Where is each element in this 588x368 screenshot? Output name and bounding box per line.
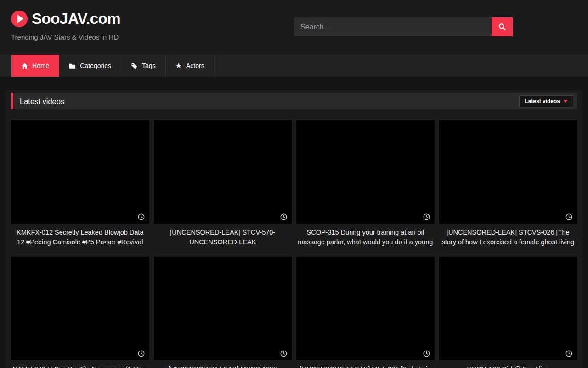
nav-label: Tags — [142, 62, 156, 69]
clock-icon — [138, 213, 145, 220]
search-icon — [498, 23, 506, 31]
video-title[interactable]: NAMH-042 H Cup Big Tits Newcomer (170cm … — [11, 364, 149, 368]
nav-item-actors[interactable]: ★ Actors — [166, 55, 215, 77]
star-icon: ★ — [175, 62, 182, 69]
clock-icon — [423, 213, 430, 220]
video-thumbnail[interactable] — [296, 120, 435, 224]
search-form — [294, 17, 513, 36]
nav-label: Categories — [80, 62, 111, 69]
video-thumbnail[interactable] — [439, 120, 577, 224]
home-icon — [21, 63, 28, 69]
video-card[interactable]: [UNCENSORED-LEAK] MXGS-1296 Absolutely — [154, 257, 292, 368]
video-title[interactable]: URSM-186 Girl @ Era Alice — [439, 364, 577, 368]
nav-item-home[interactable]: Home — [11, 55, 59, 77]
clock-icon — [280, 213, 287, 220]
video-grid: KMKFX-012 Secretly Leaked Blowjob Data 1… — [11, 120, 577, 368]
video-card[interactable]: NAMH-042 H Cup Big Tits Newcomer (170cm … — [11, 257, 149, 368]
site-title[interactable]: SooJAV.com — [32, 10, 120, 28]
video-card[interactable]: SCOP-315 During your training at an oil … — [296, 120, 435, 247]
video-title[interactable]: SCOP-315 During your training at an oil … — [296, 228, 435, 247]
video-card[interactable]: URSM-186 Girl @ Era Alice — [439, 257, 577, 368]
main-content: Latest videos Latest videos KMKFX-012 Se… — [6, 90, 582, 368]
nav-item-categories[interactable]: Categories — [59, 55, 121, 77]
site-header: SooJAV.com Trending JAV Stars & Videos i… — [0, 0, 588, 55]
caret-down-icon — [563, 100, 568, 103]
search-button[interactable] — [492, 17, 513, 36]
search-input[interactable] — [294, 17, 492, 36]
video-card[interactable]: [UNCENSORED-LEAK] MLA-231 [3 shots in — [296, 257, 435, 368]
nav-item-tags[interactable]: Tags — [121, 55, 166, 77]
video-thumbnail[interactable] — [296, 257, 435, 360]
main-nav: Home Categories Tags ★ Actors — [0, 55, 588, 77]
video-title[interactable]: KMKFX-012 Secretly Leaked Blowjob Data 1… — [11, 228, 149, 247]
video-thumbnail[interactable] — [154, 257, 292, 360]
site-tagline: Trending JAV Stars & Videos in HD — [11, 33, 120, 41]
clock-icon — [565, 213, 572, 220]
video-title[interactable]: [UNCENSORED-LEAK] STCVS-026 [The story o… — [439, 228, 577, 247]
logo[interactable]: SooJAV.com Trending JAV Stars & Videos i… — [11, 10, 120, 41]
nav-label: Home — [32, 62, 49, 69]
nav-label: Actors — [186, 62, 204, 69]
video-thumbnail[interactable] — [11, 120, 149, 224]
clock-icon — [565, 350, 572, 357]
clock-icon — [423, 350, 430, 357]
video-title[interactable]: [UNCENSORED-LEAK] MLA-231 [3 shots in — [296, 364, 435, 368]
video-card[interactable]: [UNCENSORED-LEAK] STCVS-026 [The story o… — [439, 120, 577, 247]
accent-bar — [11, 93, 13, 109]
tag-icon — [131, 63, 138, 69]
video-card[interactable]: KMKFX-012 Secretly Leaked Blowjob Data 1… — [11, 120, 149, 247]
clock-icon — [280, 350, 287, 357]
folder-icon — [69, 63, 76, 69]
section-header: Latest videos Latest videos — [11, 93, 577, 109]
video-thumbnail[interactable] — [439, 257, 577, 360]
section-title: Latest videos — [20, 97, 64, 106]
video-thumbnail[interactable] — [154, 120, 292, 224]
sort-label: Latest videos — [525, 98, 560, 104]
video-title[interactable]: [UNCENSORED-LEAK] MXGS-1296 Absolutely — [154, 364, 292, 368]
play-icon — [11, 11, 28, 27]
video-thumbnail[interactable] — [11, 257, 149, 360]
sort-dropdown-button[interactable]: Latest videos — [519, 95, 573, 107]
video-card[interactable]: [UNCENSORED-LEAK] STCV-570-UNCENSORED-LE… — [154, 120, 292, 247]
video-title[interactable]: [UNCENSORED-LEAK] STCV-570-UNCENSORED-LE… — [154, 228, 292, 247]
clock-icon — [138, 350, 145, 357]
